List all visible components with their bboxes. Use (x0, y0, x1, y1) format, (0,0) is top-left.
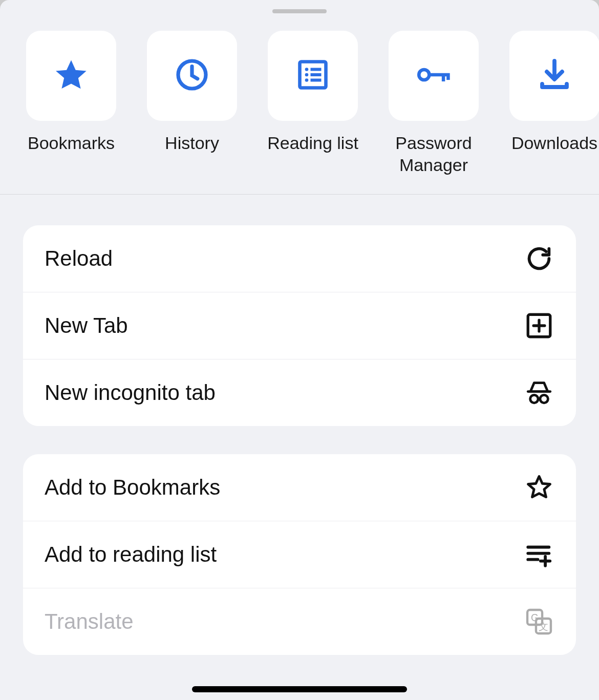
list-card-icon (294, 56, 331, 95)
menu-item-label: New Tab (45, 313, 128, 338)
menu-item-add-to-bookmarks[interactable]: Add to Bookmarks (23, 454, 576, 521)
svg-text:文: 文 (539, 621, 548, 632)
list-add-icon (524, 539, 554, 570)
svg-point-16 (530, 395, 538, 402)
shortcut-label: History (165, 132, 219, 154)
shortcut-label: Password Manager (386, 132, 481, 176)
svg-point-6 (305, 78, 309, 82)
download-icon (536, 56, 573, 95)
shortcut-bookmarks[interactable]: Bookmarks (24, 31, 119, 176)
star-outline-icon (524, 472, 554, 503)
svg-rect-9 (429, 73, 450, 76)
shortcut-tile (509, 31, 599, 121)
menu-item-label: Translate (45, 609, 134, 634)
shortcut-tile (26, 31, 116, 121)
menu-group: Reload New Tab New incognito tab (23, 225, 576, 426)
menu-item-reload[interactable]: Reload (23, 225, 576, 292)
menu-item-label: Add to Bookmarks (45, 475, 220, 500)
plus-square-icon (524, 310, 554, 341)
shortcut-tile (389, 31, 479, 121)
menu-group: Add to Bookmarks Add to reading list Tra… (23, 454, 576, 655)
menu-item-new-incognito-tab[interactable]: New incognito tab (23, 359, 576, 426)
shortcut-reading-list[interactable]: Reading list (265, 31, 360, 176)
svg-point-2 (305, 68, 309, 71)
svg-rect-11 (446, 76, 450, 80)
svg-point-8 (419, 70, 429, 80)
menu-item-translate: Translate G文 (23, 588, 576, 655)
reload-icon (524, 243, 554, 274)
incognito-icon (524, 377, 554, 408)
shortcut-label: Bookmarks (28, 132, 115, 154)
translate-icon: G文 (524, 606, 554, 637)
shortcut-label: Downloads (511, 132, 597, 154)
shortcut-password-manager[interactable]: Password Manager (386, 31, 481, 176)
menu-item-new-tab[interactable]: New Tab (23, 292, 576, 359)
svg-rect-10 (442, 76, 445, 81)
svg-point-4 (305, 73, 309, 77)
home-indicator[interactable] (192, 686, 407, 692)
menu-item-label: Add to reading list (45, 542, 217, 567)
menu-item-label: New incognito tab (45, 380, 216, 405)
shortcuts-row: Bookmarks History Reading list (0, 25, 599, 195)
star-filled-icon (53, 56, 90, 95)
shortcut-label: Reading list (267, 132, 358, 154)
shortcut-tile (147, 31, 237, 121)
shortcut-downloads[interactable]: Downloads (507, 31, 599, 176)
action-sheet: Bookmarks History Reading list (0, 0, 599, 700)
menu-item-label: Reload (45, 246, 113, 271)
svg-point-17 (540, 395, 548, 402)
shortcut-tile (268, 31, 358, 121)
key-icon (415, 56, 452, 95)
menu-item-add-to-reading-list[interactable]: Add to reading list (23, 521, 576, 588)
drag-handle[interactable] (272, 9, 327, 13)
clock-icon (174, 56, 210, 95)
shortcut-history[interactable]: History (144, 31, 240, 176)
